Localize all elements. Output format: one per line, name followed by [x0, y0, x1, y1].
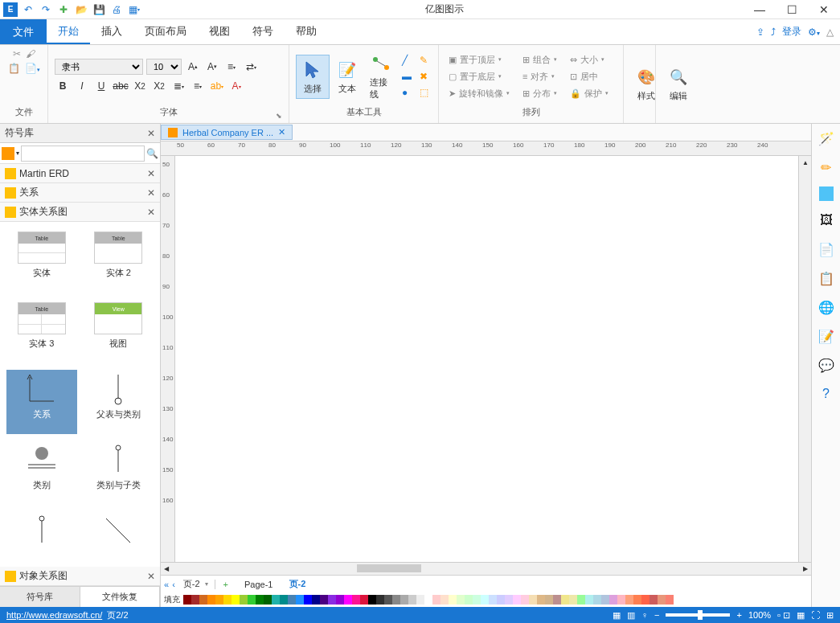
lib-icon[interactable] [2, 147, 14, 160]
color-swatch[interactable] [658, 595, 666, 605]
tab-symbol[interactable]: 符号 [241, 19, 285, 44]
minimize-button[interactable]: — [744, 0, 776, 19]
shape-entity3[interactable]: Table 实体 3 [6, 299, 77, 363]
decrease-font-icon[interactable]: A▾ [204, 59, 220, 75]
pen-tool-icon[interactable]: ✎ [420, 55, 428, 66]
color-swatch[interactable] [215, 595, 223, 605]
scrollbar-horizontal[interactable]: ◀ ▶ [161, 562, 811, 575]
new-icon[interactable]: ✚ [56, 2, 71, 17]
close-doc-icon[interactable]: ✕ [278, 127, 285, 137]
color-swatch[interactable] [666, 595, 674, 605]
superscript-button[interactable]: X2 [151, 78, 167, 94]
color-swatch[interactable] [280, 595, 288, 605]
color-swatch[interactable] [625, 595, 633, 605]
color-swatch[interactable] [408, 595, 416, 605]
page-prev-icon[interactable]: ‹ [172, 580, 175, 589]
color-swatch[interactable] [183, 595, 191, 605]
color-swatch[interactable] [473, 595, 481, 605]
center-button[interactable]: ⊡居中 [567, 69, 612, 84]
color-swatch[interactable] [585, 595, 593, 605]
settings-icon[interactable]: ⚙▾ [808, 27, 820, 38]
login-link[interactable]: 登录 [782, 25, 801, 39]
color-swatch[interactable] [497, 595, 505, 605]
color-swatch[interactable] [320, 595, 328, 605]
paste-icon[interactable]: 📄▾ [25, 63, 40, 74]
color-swatch[interactable] [521, 595, 529, 605]
color-swatch[interactable] [264, 595, 272, 605]
open-icon[interactable]: 📂 [74, 2, 88, 17]
strike-button[interactable]: abc [113, 78, 129, 94]
color-swatch[interactable] [344, 595, 352, 605]
wand-icon[interactable]: 🪄 [817, 129, 836, 148]
color-swatch[interactable] [489, 595, 497, 605]
fullscreen-icon[interactable]: ⛶ [811, 610, 820, 620]
color-swatch[interactable] [199, 595, 207, 605]
line-spacing-icon[interactable]: ≡▾ [223, 59, 240, 75]
edit-tool[interactable]: 🔍 编辑 [662, 63, 695, 105]
rotate-flip-button[interactable]: ➤旋转和镜像▾ [445, 86, 513, 101]
zoom-slider[interactable] [666, 613, 730, 617]
shape-view[interactable]: View 视图 [84, 299, 154, 363]
paragraph-icon[interactable]: ⇄▾ [243, 59, 259, 75]
color-swatch[interactable] [191, 595, 199, 605]
edit-icon[interactable]: 📝 [817, 326, 836, 346]
cut-icon[interactable]: ✂ [13, 48, 21, 59]
export-icon[interactable]: ▦▾ [127, 2, 141, 17]
tab-start[interactable]: 开始 [47, 19, 90, 44]
view-mode-3-icon[interactable]: ♀ [641, 610, 648, 620]
color-swatch[interactable] [240, 595, 248, 605]
rect-tool-icon[interactable]: ▬ [402, 71, 412, 82]
color-swatch[interactable] [336, 595, 344, 605]
redo-icon[interactable]: ↷ [39, 2, 53, 17]
panel-tab-recover[interactable]: 文件恢复 [80, 587, 161, 607]
shape-extra1[interactable] [6, 511, 77, 560]
color-swatch[interactable] [248, 595, 256, 605]
shape-cat-sub[interactable]: 类别与子类 [84, 441, 154, 505]
send-back-button[interactable]: ▢置于底层▾ [445, 69, 513, 84]
shape-entity2[interactable]: Table 实体 2 [84, 228, 154, 293]
doc-icon[interactable]: 📋 [817, 268, 836, 288]
status-url[interactable]: http://www.edrawsoft.cn/ [6, 610, 102, 620]
tab-insert[interactable]: 插入 [90, 19, 133, 44]
view-mode-2-icon[interactable]: ▥ [627, 610, 635, 621]
subscript-button[interactable]: X2 [132, 78, 148, 94]
help-icon[interactable]: ? [817, 384, 836, 404]
color-swatch[interactable] [641, 595, 649, 605]
save-icon[interactable]: 💾 [92, 2, 106, 17]
color-swatch[interactable] [545, 595, 553, 605]
color-swatch[interactable] [440, 595, 449, 605]
canvas[interactable]: ⤡ [175, 156, 798, 562]
note-icon[interactable]: 📄 [817, 240, 836, 259]
color-swatch[interactable] [296, 595, 304, 605]
group-button[interactable]: ⊞组合▾ [519, 52, 560, 68]
color-swatch[interactable] [561, 595, 569, 605]
doc-tab[interactable]: Herbal Company ER ... ✕ [161, 125, 293, 140]
select-tool[interactable]: 选择 [296, 55, 330, 99]
ellipse-tool-icon[interactable]: ● [402, 87, 412, 98]
grid-icon[interactable]: ⊞ [826, 610, 834, 621]
fit-width-icon[interactable]: ▦ [797, 610, 805, 621]
color-swatch[interactable] [223, 595, 232, 605]
color-swatch[interactable] [481, 595, 489, 605]
symbol-search-input[interactable] [21, 146, 145, 162]
color-swatch[interactable] [288, 595, 296, 605]
shape-entity[interactable]: Table 实体 [6, 228, 77, 293]
zoom-out-icon[interactable]: − [654, 610, 659, 620]
font-name-select[interactable]: 隶书 [55, 59, 143, 75]
tab-view[interactable]: 视图 [198, 19, 241, 44]
color-swatch[interactable] [312, 595, 320, 605]
section-martin[interactable]: Martin ERD✕ [0, 164, 160, 183]
color-swatch[interactable] [207, 595, 215, 605]
close-panel-icon[interactable]: ✕ [147, 128, 155, 139]
color-swatch[interactable] [457, 595, 465, 605]
close-button[interactable]: ✕ [808, 0, 840, 19]
color-swatch[interactable] [569, 595, 577, 605]
copy-icon[interactable]: 📋 [8, 63, 20, 74]
color-swatch[interactable] [513, 595, 521, 605]
shape-extra2[interactable] [84, 511, 154, 560]
undo-icon[interactable]: ↶ [21, 2, 35, 17]
format-painter-icon[interactable]: 🖌 [26, 48, 35, 59]
shape-parent-child[interactable]: 父表与类别 [84, 370, 154, 434]
color-swatch[interactable] [416, 595, 424, 605]
section-ord[interactable]: 对象关系图✕ [0, 567, 160, 586]
